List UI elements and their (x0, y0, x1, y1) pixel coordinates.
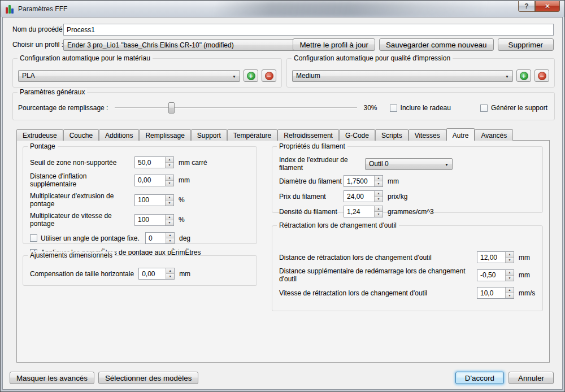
ok-button[interactable]: D'accord (455, 372, 504, 384)
filament-toolhead-combobox[interactable]: Outil 0 ▼ (365, 158, 453, 170)
help-button[interactable]: ? (518, 1, 535, 12)
spin-down-icon: ▼ (166, 238, 174, 243)
spinner-arrows[interactable]: ▲▼ (165, 157, 173, 168)
include-raft-checkbox[interactable]: Inclure le radeau (390, 104, 451, 112)
spinner-arrows[interactable]: ▲▼ (166, 233, 174, 243)
tab-avances[interactable]: Avancés (475, 129, 513, 141)
spinner-arrows[interactable]: ▲▼ (374, 206, 383, 217)
field-unit: mm (519, 254, 538, 262)
material-group: Configuration automatique pour le matéri… (12, 58, 282, 88)
toolchange-retraction-group: Rétractation lors de changement d'outil … (272, 225, 543, 311)
spin-down-icon: ▼ (506, 257, 514, 263)
remove-quality-button[interactable]: − (534, 69, 549, 82)
spinner-arrows[interactable]: ▲▼ (374, 176, 383, 186)
quality-group-title: Configuration automatique pour qualité d… (292, 54, 453, 62)
horizontal-compensation-spinner[interactable]: 0,00 ▲▼ (138, 268, 175, 280)
add-quality-button[interactable]: + (516, 69, 531, 82)
update-profile-button[interactable]: Mettre le profil à jour (293, 38, 375, 51)
field-unit: mm (179, 270, 190, 278)
cancel-button[interactable]: Annuler (508, 372, 554, 384)
unsupported-area-spinner[interactable]: 50,0 ▲▼ (134, 156, 174, 168)
tab-vitesses[interactable]: Vitesses (408, 129, 446, 141)
bridge-angle-spinner[interactable]: 0 ▲▼ (145, 232, 175, 244)
process-name-input[interactable]: Process1 (63, 24, 554, 36)
quality-combobox[interactable]: Medium ▼ (292, 70, 513, 82)
tab-additions[interactable]: Additions (99, 129, 139, 141)
fff-settings-window: Paramètres FFF ? ✕ Nom du procédé : Proc… (0, 0, 565, 392)
close-button[interactable]: ✕ (535, 1, 560, 12)
spin-up-icon: ▲ (166, 233, 174, 238)
footer-left-actions: Masquer les avancés Sélectionner des mod… (10, 372, 198, 384)
tab-temperature[interactable]: Température (227, 129, 277, 141)
filament-properties-title: Propriétés du filament (277, 142, 347, 150)
titlebar[interactable]: Paramètres FFF ? ✕ (1, 1, 564, 17)
plus-icon: + (247, 72, 255, 80)
spin-up-icon: ▲ (166, 175, 173, 180)
infill-percent-value: 30% (364, 104, 377, 112)
infill-slider[interactable] (115, 102, 357, 114)
toolchange-distance-label: Distance de rétractation lors de changem… (279, 254, 477, 262)
spin-down-icon: ▼ (166, 220, 173, 225)
profile-label: Choisir un profil : (12, 41, 63, 49)
fixed-bridge-angle-checkbox[interactable]: Utiliser un angle de pontage fixe. (30, 234, 145, 242)
filament-price-spinner[interactable]: 24,00 ▲▼ (344, 190, 383, 202)
bridge-speed-spinner[interactable]: 100 ▲▼ (134, 214, 174, 226)
bridge-extrusion-spinner[interactable]: 100 ▲▼ (134, 194, 174, 206)
save-as-new-button[interactable]: Sauvegarder comme nouveau (379, 38, 494, 51)
slider-groove (115, 107, 357, 108)
slider-handle[interactable] (168, 102, 175, 114)
hide-advanced-button[interactable]: Masquer les avancés (10, 372, 94, 384)
spinner-arrows[interactable]: ▲▼ (165, 195, 173, 206)
remove-material-button[interactable]: − (262, 69, 276, 82)
spin-down-icon: ▼ (506, 293, 514, 298)
tab-autre[interactable]: Autre (446, 128, 475, 141)
tab-panel-autre: Pontage Seuil de zone non-supportée 50,0… (16, 140, 550, 363)
filament-toolhead-label: Index de l'extrudeur de filament (279, 156, 365, 172)
spinner-arrows[interactable]: ▲▼ (165, 215, 173, 225)
add-material-button[interactable]: + (244, 69, 258, 82)
aero-glass-reflection (1, 1, 564, 17)
spinner-arrows[interactable]: ▲▼ (166, 268, 174, 279)
plus-icon: + (520, 72, 528, 80)
checkbox-box (480, 104, 488, 112)
generate-support-label: Générer le support (491, 104, 547, 112)
toolchange-speed-spinner[interactable]: 10,0 ▲▼ (477, 287, 514, 299)
spin-up-icon: ▲ (506, 288, 514, 293)
delete-profile-button[interactable]: Supprimer (498, 38, 554, 51)
toolchange-extra-restart-spinner[interactable]: -0,50 ▲▼ (477, 269, 514, 281)
field-unit: mm/s (519, 289, 538, 297)
filament-density-spinner[interactable]: 1,24 ▲▼ (344, 206, 383, 217)
spin-up-icon: ▲ (375, 176, 383, 181)
tab-extrudeuse[interactable]: Extrudeuse (16, 129, 63, 141)
toolchange-speed-label: Vitesse de rétractation lors de changeme… (279, 289, 477, 297)
spin-down-icon: ▼ (375, 181, 383, 186)
spinner-arrows[interactable]: ▲▼ (505, 270, 514, 281)
spinner-arrows[interactable]: ▲▼ (165, 175, 173, 186)
minus-icon: − (265, 72, 273, 80)
quality-group: Configuration automatique pour qualité d… (286, 58, 555, 88)
spin-down-icon: ▼ (166, 200, 173, 206)
generate-support-checkbox[interactable]: Générer le support (480, 104, 547, 112)
toolchange-distance-spinner[interactable]: 12,00 ▲▼ (477, 251, 514, 263)
tab-couche[interactable]: Couche (63, 129, 99, 141)
spin-up-icon: ▲ (375, 191, 383, 196)
filament-diameter-spinner[interactable]: 1,7500 ▲▼ (344, 175, 383, 187)
tab-support[interactable]: Support (191, 129, 227, 141)
dimensional-adjust-group: Ajustements dimensionnels Compensation d… (23, 255, 257, 286)
tab-remplissage[interactable]: Remplissage (139, 129, 190, 141)
field-unit: mm (179, 176, 190, 184)
filament-toolhead-value: Outil 0 (369, 160, 389, 168)
spinner-arrows[interactable]: ▲▼ (505, 288, 514, 298)
extra-inflation-spinner[interactable]: 0,00 ▲▼ (134, 175, 174, 186)
spinner-arrows[interactable]: ▲▼ (374, 191, 383, 202)
tab-scripts[interactable]: Scripts (375, 129, 408, 141)
tab-gcode[interactable]: G-Code (339, 129, 375, 141)
select-models-button[interactable]: Sélectionner des modèles (98, 372, 198, 384)
spin-up-icon: ▲ (375, 206, 383, 211)
tab-refroidissement[interactable]: Refroidissement (277, 129, 339, 141)
spin-down-icon: ▼ (166, 162, 173, 168)
dimensional-adjust-title: Ajustements dimensionnels (28, 251, 115, 259)
spinner-arrows[interactable]: ▲▼ (505, 252, 514, 263)
field-unit: grammes/cm^3 (388, 208, 434, 216)
material-combobox[interactable]: PLA ▼ (18, 70, 240, 82)
